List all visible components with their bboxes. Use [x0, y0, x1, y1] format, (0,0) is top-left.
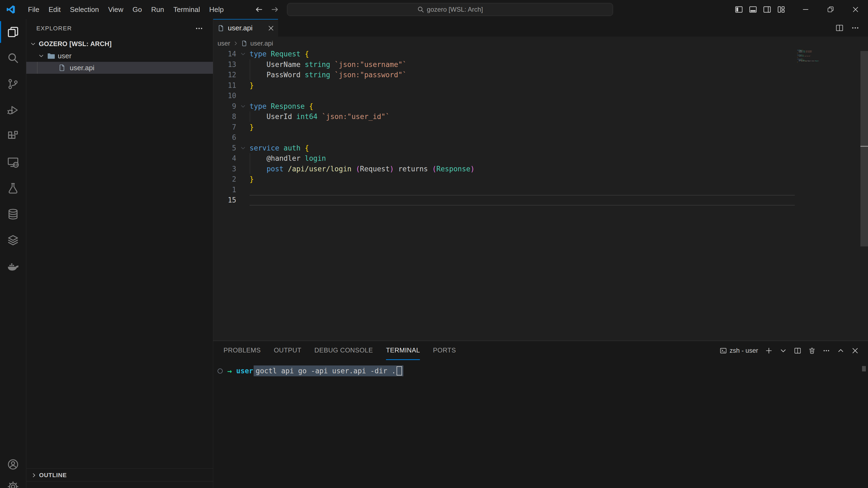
line-number[interactable]: 12: [213, 70, 236, 80]
tab-close-icon[interactable]: [268, 25, 274, 31]
fold-chevron-icon[interactable]: [236, 145, 250, 151]
toggle-secondary-sidebar-button[interactable]: [760, 0, 774, 19]
line-number[interactable]: 8: [213, 111, 236, 122]
menu-run[interactable]: Run: [147, 0, 169, 19]
activity-testing[interactable]: [0, 175, 26, 201]
fold-chevron-icon[interactable]: [236, 51, 250, 57]
vscode-window: FileEditSelectionViewGoRunTerminalHelp g…: [0, 0, 868, 488]
code-line-8[interactable]: 8 UserId int64 `json:"user_id"`: [213, 111, 868, 122]
line-number[interactable]: 11: [213, 80, 236, 91]
minimize-button[interactable]: [793, 0, 818, 19]
token: (: [432, 165, 436, 173]
editor-more-actions-icon[interactable]: [851, 24, 859, 32]
terminal-more-actions-button[interactable]: [823, 347, 830, 354]
line-number[interactable]: 1: [213, 185, 236, 195]
terminal-command-row[interactable]: → user goctl api go -api user.api -dir .: [213, 365, 860, 376]
editor-scrollbar[interactable]: [860, 51, 868, 247]
tree-item-user-folder[interactable]: user: [26, 50, 213, 62]
panel-tab-ports[interactable]: PORTS: [433, 341, 456, 360]
menu-file[interactable]: File: [23, 0, 44, 19]
line-number[interactable]: 10: [213, 91, 236, 101]
breadcrumb-file[interactable]: user.api: [250, 40, 273, 47]
explorer-more-actions-icon[interactable]: [195, 24, 203, 33]
tree-item-user-api[interactable]: user.api: [26, 62, 213, 74]
menu-help[interactable]: Help: [205, 0, 228, 19]
toggle-panel-button[interactable]: [746, 0, 760, 19]
line-number[interactable]: 2: [213, 174, 236, 185]
panel-tab-debug-console[interactable]: DEBUG CONSOLE: [314, 341, 373, 360]
go-forward-icon[interactable]: [271, 5, 279, 14]
line-number[interactable]: 9: [213, 101, 236, 112]
code-line-1[interactable]: 1: [213, 185, 868, 195]
code-line-5[interactable]: 5service auth {: [213, 143, 868, 154]
restore-button[interactable]: [818, 0, 843, 19]
tree-item-root[interactable]: GOZERO [WSL: ARCH]: [26, 38, 213, 50]
activity-explorer[interactable]: [0, 19, 26, 45]
fold-chevron-icon[interactable]: [236, 103, 250, 109]
code-line-7[interactable]: 7}: [213, 122, 868, 133]
code-editor[interactable]: 14type Request {13 UserName string `json…: [213, 49, 868, 205]
code-line-9[interactable]: 9type Response {: [213, 101, 868, 112]
line-number[interactable]: 4: [213, 153, 236, 164]
kill-terminal-button[interactable]: [808, 347, 816, 354]
minimap[interactable]: type Request { UserName string `json:"us…: [797, 50, 865, 69]
panel-tab-terminal[interactable]: TERMINAL: [386, 341, 420, 360]
terminal-instance-chip[interactable]: zsh - user: [720, 347, 758, 354]
command-center-search[interactable]: gozero [WSL: Arch]: [287, 3, 613, 16]
panel-tab-problems[interactable]: PROBLEMS: [223, 341, 261, 360]
breadcrumb-folder[interactable]: user: [218, 40, 230, 47]
close-button[interactable]: [843, 0, 868, 19]
activity-docker[interactable]: [0, 253, 26, 279]
new-terminal-button[interactable]: [765, 347, 773, 354]
code-line-2[interactable]: 2}: [213, 174, 868, 185]
toggle-primary-sidebar-button[interactable]: [732, 0, 746, 19]
token: type: [250, 102, 267, 110]
close-panel-button[interactable]: [851, 347, 859, 354]
code-line-14[interactable]: 14type Request {: [213, 49, 868, 59]
line-number[interactable]: 5: [213, 143, 236, 154]
timeline-section-header[interactable]: TIMELINE: [26, 481, 213, 488]
code-line-12[interactable]: 12 PassWord string `json:"password"`: [213, 70, 868, 80]
tab-user-api[interactable]: user.api: [213, 19, 278, 37]
line-number[interactable]: 3: [213, 164, 236, 174]
activity-run-debug[interactable]: [0, 97, 26, 123]
code-line-4[interactable]: 4 @handler login: [213, 153, 868, 164]
code-line-3[interactable]: 3 post /api/user/login (Request) returns…: [213, 164, 868, 174]
activity-remote-explorer[interactable]: [0, 149, 26, 175]
command-decoration-circle-icon[interactable]: [218, 368, 223, 373]
split-editor-icon[interactable]: [835, 24, 844, 32]
code-line-text: type Response {: [250, 101, 313, 112]
line-number[interactable]: 7: [213, 122, 236, 133]
activity-settings[interactable]: [0, 474, 26, 488]
menu-terminal[interactable]: Terminal: [169, 0, 205, 19]
terminal-content[interactable]: → user goctl api go -api user.api -dir .: [213, 365, 860, 376]
code-line-11[interactable]: 11}: [213, 80, 868, 91]
menu-go[interactable]: Go: [128, 0, 147, 19]
line-number[interactable]: 14: [213, 49, 236, 59]
activity-source-control[interactable]: [0, 71, 26, 97]
customize-layout-button[interactable]: [774, 0, 788, 19]
token: {: [309, 102, 313, 110]
panel-tab-output[interactable]: OUTPUT: [274, 341, 301, 360]
terminal-scrollbar[interactable]: [862, 366, 866, 371]
code-line-15[interactable]: 15: [213, 195, 868, 205]
activity-extensions[interactable]: [0, 123, 26, 149]
activity-search[interactable]: [0, 45, 26, 71]
menu-view[interactable]: View: [104, 0, 128, 19]
split-terminal-button[interactable]: [794, 347, 801, 354]
code-line-13[interactable]: 13 UserName string `json:"username"`: [213, 59, 868, 70]
line-number[interactable]: 6: [213, 132, 236, 143]
go-back-icon[interactable]: [254, 5, 263, 14]
maximize-panel-button[interactable]: [837, 347, 844, 354]
close-icon: [852, 6, 859, 13]
menu-edit[interactable]: Edit: [44, 0, 65, 19]
code-line-6[interactable]: 6: [213, 132, 868, 143]
outline-section-header[interactable]: OUTLINE: [26, 468, 213, 482]
activity-layers[interactable]: [0, 227, 26, 253]
launch-profile-dropdown-button[interactable]: [780, 347, 787, 354]
activity-database[interactable]: [0, 201, 26, 227]
line-number[interactable]: 15: [213, 195, 236, 205]
line-number[interactable]: 13: [213, 59, 236, 70]
code-line-10[interactable]: 10: [213, 91, 868, 101]
menu-selection[interactable]: Selection: [65, 0, 104, 19]
